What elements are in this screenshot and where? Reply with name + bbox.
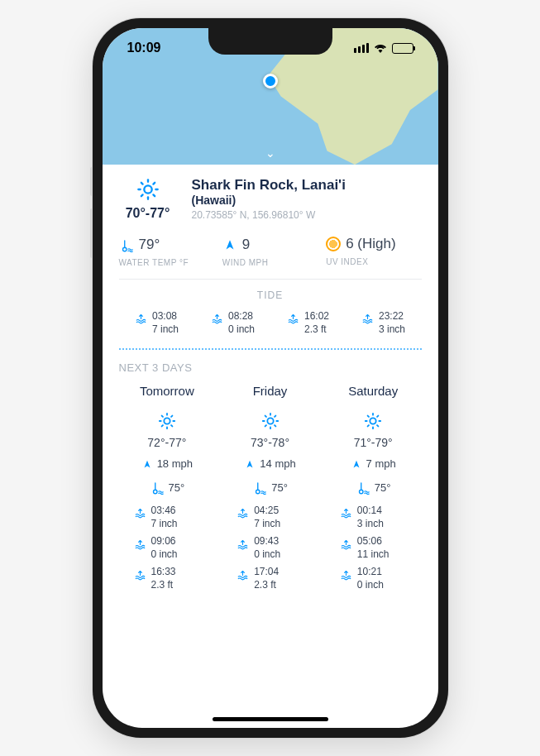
forecast-day[interactable]: Tomorrow72°-77°18 mph75°03:467 inch09:06… xyxy=(119,384,216,597)
temp-range: 70°-77° xyxy=(119,206,177,221)
tide-item: 16:022.3 ft xyxy=(287,309,329,336)
wind-arrow-icon xyxy=(244,457,256,471)
wifi-icon xyxy=(374,43,387,53)
forecast-water-temp: 75° xyxy=(169,481,185,494)
tide-height: 7 inch xyxy=(151,518,178,531)
forecast-tide-item: 03:467 inch xyxy=(119,505,216,530)
tide-wave-icon xyxy=(134,535,146,561)
tide-height: 3 inch xyxy=(379,323,405,336)
day-name: Tomorrow xyxy=(119,384,216,398)
tide-time: 09:43 xyxy=(254,535,280,548)
water-temp-label: WATER TEMP °F xyxy=(119,258,214,267)
tide-wave-icon xyxy=(237,505,249,530)
tide-wave-icon xyxy=(237,535,249,561)
tide-wave-icon xyxy=(135,309,147,325)
sun-icon xyxy=(119,176,177,201)
tide-height: 3 inch xyxy=(357,518,384,531)
svg-line-39 xyxy=(377,425,378,426)
forecast-day[interactable]: Saturday71°-79°7 mph75°00:143 inch05:061… xyxy=(325,384,422,597)
forecast-wind: 7 mph xyxy=(366,457,396,470)
divider xyxy=(119,279,422,280)
svg-line-30 xyxy=(275,415,275,416)
metric-uv: 6 (High) UV INDEX xyxy=(326,236,421,267)
tide-time: 16:33 xyxy=(151,566,176,579)
tide-wave-icon xyxy=(361,309,374,325)
forecast-wind: 14 mph xyxy=(260,457,295,470)
svg-line-5 xyxy=(141,182,142,184)
location-coords: 20.73585° N, 156.96810° W xyxy=(192,209,422,221)
tide-height: 2.3 ft xyxy=(304,323,329,336)
svg-line-16 xyxy=(161,415,162,416)
metrics-row: 79° WATER TEMP °F 9 WIND MPH xyxy=(119,236,422,267)
svg-line-27 xyxy=(265,415,265,416)
tide-height: 0 inch xyxy=(357,579,384,592)
tide-height: 7 inch xyxy=(254,518,280,531)
tide-wave-icon xyxy=(340,566,352,591)
tide-time: 17:04 xyxy=(254,566,279,579)
forecast-tide-item: 10:210 inch xyxy=(325,566,422,591)
forecast-tide-item: 00:143 inch xyxy=(325,505,422,530)
tide-wave-icon xyxy=(134,505,146,530)
thermometer-wave-icon xyxy=(119,236,134,253)
tide-wave-icon xyxy=(340,505,352,530)
sun-icon xyxy=(119,409,216,431)
tide-height: 0 inch xyxy=(151,548,178,562)
water-temp-value: 79° xyxy=(139,237,160,253)
tide-item: 03:087 inch xyxy=(135,309,179,336)
thermometer-wave-icon xyxy=(356,479,370,496)
svg-point-22 xyxy=(267,418,273,423)
dotted-divider xyxy=(119,348,422,350)
wind-arrow-icon xyxy=(351,457,362,471)
wind-value: 9 xyxy=(242,237,250,253)
wind-label: WIND MPH xyxy=(222,258,318,267)
day-name: Saturday xyxy=(325,384,422,398)
forecast-wind: 18 mph xyxy=(157,457,193,470)
location-pin-icon[interactable] xyxy=(263,74,278,89)
home-indicator[interactable] xyxy=(213,717,328,721)
forecast-heading: NEXT 3 DAYS xyxy=(119,361,422,374)
content-panel[interactable]: 70°-77° Shark Fin Rock, Lanai'i (Hawaii)… xyxy=(103,165,438,728)
battery-icon xyxy=(392,43,413,54)
forecast-day[interactable]: Friday73°-78°14 mph75°04:257 inch09:430 … xyxy=(222,384,318,597)
tide-height: 11 inch xyxy=(357,548,389,562)
expand-chevron-icon[interactable]: ⌄ xyxy=(265,146,275,160)
forecast-tide-item: 05:0611 inch xyxy=(325,535,422,561)
tide-item: 08:280 inch xyxy=(211,309,255,336)
tide-wave-icon xyxy=(287,309,299,325)
svg-line-7 xyxy=(141,194,142,196)
forecast-tide-item: 09:060 inch xyxy=(119,535,216,561)
tide-height: 2.3 ft xyxy=(254,579,279,592)
svg-line-19 xyxy=(171,415,172,416)
forecast-temp-range: 72°-77° xyxy=(119,436,216,449)
tide-wave-icon xyxy=(134,566,146,591)
uv-sun-icon xyxy=(326,237,341,251)
sun-icon xyxy=(325,409,422,431)
tide-time: 10:21 xyxy=(357,566,384,579)
location-header: 70°-77° Shark Fin Rock, Lanai'i (Hawaii)… xyxy=(119,176,422,221)
tide-time: 00:14 xyxy=(357,505,384,518)
tide-wave-icon xyxy=(237,566,249,591)
tide-height: 0 inch xyxy=(254,548,280,562)
status-time: 10:09 xyxy=(127,41,161,55)
forecast-temp-range: 71°-79° xyxy=(325,436,422,449)
sun-icon xyxy=(222,409,318,431)
day-name: Friday xyxy=(222,384,318,398)
svg-point-0 xyxy=(144,185,151,193)
tide-heading: TIDE xyxy=(119,289,422,301)
tide-time: 08:28 xyxy=(228,309,255,323)
forecast-tide-item: 09:430 inch xyxy=(222,535,318,561)
tide-time: 03:46 xyxy=(151,505,178,518)
svg-line-17 xyxy=(171,425,172,426)
thermometer-wave-icon xyxy=(150,479,165,496)
forecast-tide-item: 17:042.3 ft xyxy=(222,566,318,591)
svg-line-18 xyxy=(161,425,162,426)
svg-point-11 xyxy=(164,418,170,423)
status-indicators xyxy=(354,43,413,54)
forecast-water-temp: 75° xyxy=(375,481,391,494)
svg-line-41 xyxy=(377,415,378,416)
location-name: Shark Fin Rock, Lanai'i xyxy=(192,176,422,194)
svg-line-28 xyxy=(275,425,275,426)
cellular-icon xyxy=(354,43,369,53)
tide-item: 23:223 inch xyxy=(361,309,405,336)
tide-wave-icon xyxy=(340,535,352,561)
